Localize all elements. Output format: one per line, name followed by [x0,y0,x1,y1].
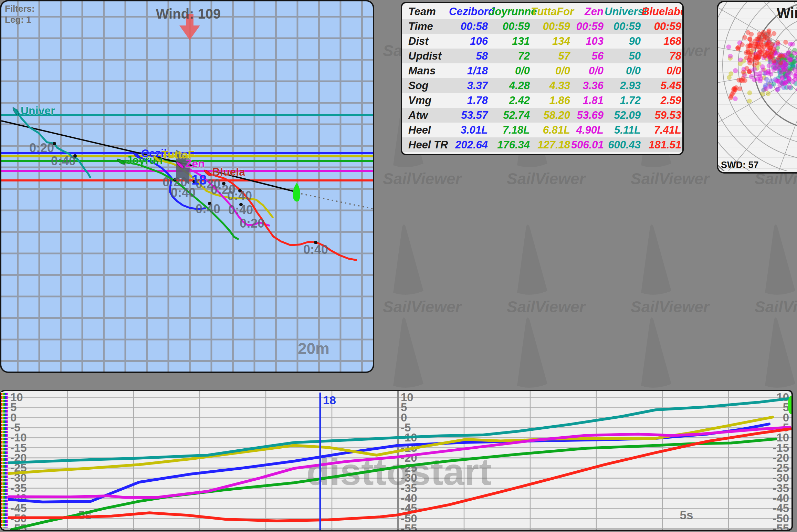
gate-mark-icon [293,183,300,201]
polar-sample-dot [772,59,776,63]
polar-sample-dot [755,42,760,46]
polar-sample-dot [764,70,769,75]
polar-sample-dot [780,54,785,59]
watermark-text: SailViewer [507,298,586,316]
track-time-label: 0:40 [196,202,220,216]
table-header-row: TeamCezibordJoyrunneTuttaForZenUniversiB… [402,4,682,19]
wind-polar-plot: WindSWD: 57 [718,2,797,171]
polar-sample-dot [749,74,754,79]
table-cell: 1.81 [571,93,605,108]
table-cell: 53.69 [571,108,605,123]
row-label: Dist [402,34,449,49]
row-label: Sog [402,78,449,93]
row-label: Heel [402,123,449,137]
polar-sample-dot [761,30,766,35]
table-cell: 50 [605,49,642,63]
row-label: Mans [402,63,449,78]
table-cell: 1.72 [605,93,642,108]
table-cell: 0/0 [605,63,642,78]
watermark-text: SailViewer [507,170,586,188]
watermark-sail-silhouette [517,225,547,295]
polar-sample-dot [746,30,751,35]
table-cell: 2.42 [489,93,531,108]
table-cell: 4.90L [571,123,605,137]
boat-label-bluelabe: Bluela [212,166,245,178]
table-cell: 90 [605,34,642,49]
table-cell: 00:59 [489,19,531,34]
table-cell: 181.51 [642,137,682,152]
table-cell: 134 [531,34,571,49]
team-column-header-universi[interactable]: Universi [605,4,642,19]
table-cell: 168 [642,34,682,49]
polar-sample-dot [775,40,780,45]
chart-series-axis-strip [1,392,8,528]
polar-sample-dot [772,31,776,36]
polar-sample-dot [741,76,745,81]
polar-sample-dot [765,41,770,46]
polar-sample-dot [758,76,763,81]
polar-sample-dot [747,37,752,42]
polar-sample-dot [787,85,791,90]
table-cell: 00:59 [642,19,682,34]
watermark-text: SailViewer [631,170,710,188]
team-column-header-zen[interactable]: Zen [571,4,605,19]
polar-sample-dot [728,71,733,76]
y-tick-label-right: -55 [773,522,789,530]
row-label: Updist [402,49,449,63]
table-cell: 202.64 [449,137,489,152]
polar-sample-dot [736,46,741,51]
table-cell: 52.09 [605,108,642,123]
team-column-header-cezibord[interactable]: Cezibord [449,4,489,19]
polar-sample-dot [747,61,752,65]
team-column-header-joyrunne[interactable]: Joyrunne [489,4,531,19]
table-row-vmg: Vmg1.782.421.861.811.722.59 [402,93,682,108]
wind-polar-panel[interactable]: WindSWD: 57 [717,1,797,174]
polar-sample-dot [731,87,736,92]
table-row-heel: Heel3.01L7.18L6.81L4.90L5.11L7.41L [402,123,682,137]
polar-sample-dot [760,64,765,69]
table-cell: 00:59 [571,19,605,34]
boat-label-universi: Univer [21,104,55,117]
race-map-overlay: UniverCezibJoyrunTuttaFZenBluela0:200:40… [1,1,373,372]
polar-sample-dot [748,54,753,59]
polar-sample-dot [790,79,795,84]
table-cell: 0/0 [642,63,682,78]
watermark-sail-silhouette [393,225,423,295]
team-stats-table: TeamCezibordJoyrunneTuttaForZenUniversiB… [401,2,684,155]
time-marker-label: 18 [323,394,336,407]
polar-sample-dot [742,35,747,40]
polar-sample-dot [745,43,750,48]
disttostart-chart[interactable]: disttostart101010555000-5-5-5-10-10-10-1… [0,390,793,531]
table-cell: 3.01L [449,123,489,137]
table-row-time: Time00:5800:5900:5900:5900:5900:59 [402,19,682,34]
polar-sample-dot [780,81,785,86]
polar-sample-dot [783,64,788,69]
table-cell: 176.34 [489,137,531,152]
y-tick-label-mid: -55 [401,522,417,530]
row-label: Vmg [402,93,449,108]
polar-sample-dot [768,72,773,76]
table-cell: 59.53 [642,108,682,123]
race-map-view[interactable]: UniverCezibJoyrunTuttaFZenBluela0:200:40… [0,0,374,373]
track-time-label: 0:20 [29,141,54,155]
table-row-dist: Dist10613113410390168 [402,34,682,49]
table-cell: 6.81L [531,123,571,137]
table-cell: 57 [531,49,571,63]
team-column-header-bluelabe[interactable]: Bluelabe [642,4,682,19]
watermark-sail-silhouette [641,225,671,295]
polar-sample-dot [733,68,738,73]
table-cell: 1/18 [449,63,489,78]
table-cell: 600.43 [605,137,642,152]
polar-sample-dot [786,70,790,74]
boat-label-zen: Zen [185,157,205,170]
table-cell: 2.93 [605,78,642,93]
track-time-label: 0:20 [240,216,264,230]
table-cell: 3.37 [449,78,489,93]
polar-sample-dot [752,67,757,72]
polar-sample-dot [787,50,791,55]
table-cell: 7.41L [642,123,682,137]
team-column-header-tuttafor[interactable]: TuttaFor [531,4,571,19]
leg-label[interactable]: Leg: 1 [5,14,31,25]
table-cell: 3.36 [571,78,605,93]
polar-sample-dot [738,58,743,62]
